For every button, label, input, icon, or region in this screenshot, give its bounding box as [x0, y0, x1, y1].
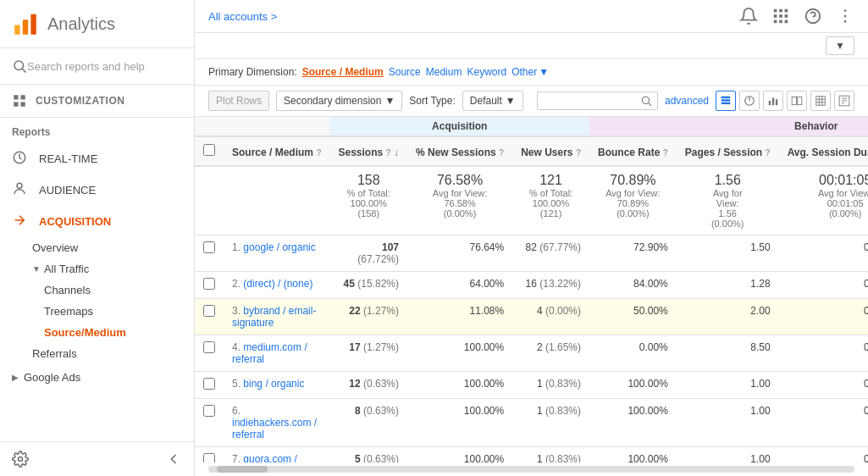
svg-rect-2	[30, 14, 36, 35]
view-icons	[716, 91, 854, 111]
new-users-help-icon[interactable]: ?	[576, 148, 581, 158]
row-checkbox[interactable]	[195, 235, 224, 272]
data-table-container: Acquisition Behavior Conversions Source …	[195, 117, 868, 462]
row-checkbox[interactable]	[195, 447, 224, 463]
sidebar-item-audience[interactable]: AUDIENCE	[0, 174, 194, 206]
source-medium-link[interactable]: bing / organic	[243, 378, 304, 390]
more-vert-icon[interactable]	[836, 7, 854, 25]
breadcrumb[interactable]: All accounts >	[208, 10, 277, 23]
reports-section-label: Reports	[0, 118, 194, 143]
search-input[interactable]	[543, 95, 640, 107]
settings-gear-icon[interactable]	[12, 451, 29, 468]
secondary-dimension-button[interactable]: Secondary dimension ▼	[276, 91, 402, 111]
primary-dimension-bar: Primary Dimension: Source / Medium Sourc…	[195, 59, 868, 86]
row-checkbox[interactable]	[195, 399, 224, 447]
apps-grid-icon[interactable]	[771, 7, 790, 25]
clock-icon	[12, 150, 27, 168]
source-medium-link[interactable]: google / organic	[243, 241, 315, 253]
row-checkbox-input[interactable]	[203, 378, 215, 390]
search-icon	[12, 58, 27, 74]
dim-medium[interactable]: Medium	[426, 66, 462, 78]
svg-point-24	[844, 15, 847, 18]
chevron-right-icon: ▶	[12, 373, 19, 382]
collapse-sidebar-icon[interactable]	[165, 451, 182, 468]
source-medium-group-header	[195, 117, 329, 136]
scrollbar-thumb[interactable]	[217, 466, 268, 473]
row-checkbox-input[interactable]	[203, 241, 215, 253]
totals-bounce-rate: 70.89% Avg for View:70.89%(0.00%)	[589, 166, 677, 235]
totals-row: 158 % of Total:100.00% (158) 76.58% Avg …	[195, 166, 868, 235]
date-range-button[interactable]: ▼	[826, 36, 854, 55]
col-avg-session: Avg. Session Duration ?	[779, 136, 868, 166]
row-source: 7. quora.com / referral	[224, 447, 329, 463]
advanced-link[interactable]: advanced	[665, 95, 709, 107]
dim-other[interactable]: Other ▼	[511, 66, 549, 78]
pages-session-help-icon[interactable]: ?	[766, 148, 771, 158]
customization-section[interactable]: CUSTOMIZATION	[0, 85, 194, 118]
pivot-view-icon[interactable]	[810, 91, 831, 111]
dim-source[interactable]: Source	[389, 66, 421, 78]
row-checkbox[interactable]	[195, 299, 224, 335]
svg-rect-5	[14, 95, 18, 99]
pie-chart-view-icon[interactable]	[739, 91, 760, 111]
subnav-source-medium[interactable]: Source/Medium	[32, 322, 194, 343]
row-pct-new: 100.00%	[407, 447, 512, 463]
plot-rows-button[interactable]: Plot Rows	[208, 91, 269, 111]
subnav-referrals[interactable]: Referrals	[32, 343, 194, 364]
row-checkbox[interactable]	[195, 372, 224, 399]
person-icon	[12, 181, 27, 199]
subnav-overview[interactable]: Overview	[32, 237, 194, 258]
select-all-input[interactable]	[203, 144, 215, 156]
sort-type-select[interactable]: Default ▼	[462, 91, 523, 111]
row-bounce-rate: 0.00%	[589, 335, 677, 372]
source-medium-link[interactable]: (direct) / (none)	[243, 278, 312, 290]
data-table-view-icon[interactable]	[716, 91, 736, 111]
svg-rect-32	[769, 101, 771, 105]
search-box[interactable]	[537, 91, 658, 110]
source-medium-link[interactable]: quora.com / referral	[232, 453, 297, 462]
search-submit-icon[interactable]	[640, 94, 652, 108]
row-checkbox-input[interactable]	[203, 341, 215, 353]
pct-new-sessions-help-icon[interactable]: ?	[499, 148, 504, 158]
row-source: 4. medium.com / referral	[224, 335, 329, 372]
subnav-treemaps[interactable]: Treemaps	[32, 301, 194, 322]
comparison-view-icon[interactable]	[787, 91, 807, 111]
dim-source-medium[interactable]: Source / Medium	[302, 66, 384, 78]
bell-icon[interactable]	[739, 7, 758, 25]
bar-chart-view-icon[interactable]	[763, 91, 783, 111]
subnav-channels[interactable]: Channels	[32, 280, 194, 301]
row-checkbox[interactable]	[195, 335, 224, 372]
row-checkbox-input[interactable]	[203, 453, 215, 462]
sidebar-item-realtime[interactable]: REAL-TIME	[0, 143, 194, 174]
row-source: 3. bybrand / email-signature	[224, 299, 329, 335]
help-circle-icon[interactable]	[804, 7, 822, 25]
svg-rect-0	[14, 25, 19, 35]
source-medium-help-icon[interactable]: ?	[316, 148, 321, 158]
svg-rect-1	[23, 19, 28, 35]
dim-other-label: Other	[511, 66, 537, 78]
horizontal-scrollbar[interactable]	[208, 466, 854, 473]
source-medium-link[interactable]: medium.com / referral	[232, 341, 307, 365]
subnav-all-traffic[interactable]: All Traffic	[44, 263, 89, 275]
dim-keyword[interactable]: Keyword	[467, 66, 506, 78]
dropdown-arrow-icon: ▼	[835, 40, 845, 52]
search-area[interactable]: Search reports and help	[0, 48, 194, 85]
source-medium-link[interactable]: indiehackers.com / referral	[232, 417, 317, 440]
sidebar-item-google-ads[interactable]: ▶ Google Ads	[0, 364, 194, 390]
sessions-sort-icon[interactable]: ↓	[394, 147, 399, 158]
row-checkbox[interactable]	[195, 272, 224, 299]
svg-rect-34	[776, 99, 777, 105]
select-all-checkbox[interactable]	[195, 136, 224, 166]
subnav-all-traffic-row[interactable]: ▼ All Traffic	[32, 258, 194, 280]
row-checkbox-input[interactable]	[203, 278, 215, 290]
source-medium-link[interactable]: bybrand / email-signature	[232, 305, 316, 329]
row-pct-new: 100.00%	[407, 335, 512, 372]
sessions-help-icon[interactable]: ?	[386, 148, 391, 158]
row-new-users: 2 (1.65%)	[512, 335, 589, 372]
lifetime-view-icon[interactable]	[834, 91, 854, 111]
svg-rect-19	[779, 20, 782, 24]
sidebar-item-acquisition[interactable]: ACQUISITION	[0, 206, 194, 237]
row-checkbox-input[interactable]	[203, 305, 215, 317]
bounce-rate-help-icon[interactable]: ?	[663, 148, 668, 158]
row-checkbox-input[interactable]	[203, 405, 215, 417]
